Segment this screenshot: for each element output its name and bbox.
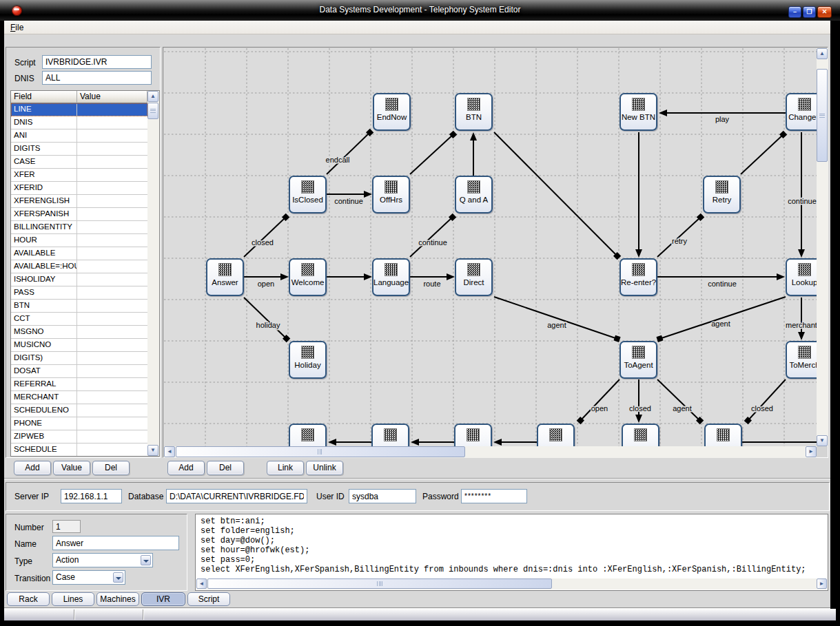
flow-node-holiday[interactable]: Holiday	[289, 341, 327, 379]
canvas-del-button[interactable]: Del	[207, 461, 244, 475]
field-row[interactable]: XFERENGLISH	[11, 195, 147, 208]
field-row[interactable]: LINE	[11, 103, 147, 116]
flow-node-toagent[interactable]: ToAgent	[619, 341, 657, 379]
canvas-add-button[interactable]: Add	[167, 461, 205, 475]
scroll-thumb[interactable]	[176, 446, 465, 457]
canvas-link-button[interactable]: Link	[267, 461, 304, 475]
field-row[interactable]: HOUR	[11, 234, 147, 247]
field-row[interactable]: DNIS	[11, 116, 147, 129]
field-row[interactable]: BILLINGENTITY	[11, 221, 147, 234]
script-code[interactable]: set btn=:ani; set folder=english; set da…	[201, 517, 826, 578]
node-label: EndNow	[374, 113, 409, 121]
field-grid-scrollbar[interactable]: ▲ ▼	[147, 91, 159, 456]
number-input[interactable]	[52, 520, 81, 533]
scroll-right-icon[interactable]: ►	[817, 578, 827, 589]
flow-node-offhrs[interactable]: OffHrs	[372, 176, 410, 213]
scroll-down-icon[interactable]: ▼	[147, 445, 158, 456]
flow-node-tomerch[interactable]: ToMerch	[786, 341, 817, 379]
name-input[interactable]	[52, 536, 179, 550]
chevron-down-icon[interactable]	[141, 555, 151, 565]
flow-node-btn[interactable]: BTN	[455, 93, 493, 131]
field-add-button[interactable]: Add	[14, 461, 51, 475]
field-row[interactable]: SCHEDULENO	[11, 404, 147, 417]
field-row[interactable]: CCT	[11, 313, 147, 326]
tab-ivr[interactable]: IVR	[141, 592, 185, 606]
field-row[interactable]: DIGITS)	[11, 352, 147, 365]
field-row[interactable]: PASS	[11, 286, 147, 300]
scroll-left-icon[interactable]: ◄	[164, 446, 175, 457]
tab-machines[interactable]: Machines	[96, 592, 139, 606]
field-row[interactable]: AVAILABLE=:HOUR	[11, 260, 147, 273]
flow-node-qanda[interactable]: Q and A	[455, 176, 493, 213]
field-row[interactable]: ZIPWEB	[11, 430, 147, 444]
minimize-icon[interactable]: –	[788, 6, 801, 18]
maximize-icon[interactable]: ❐	[803, 6, 816, 18]
field-del-button[interactable]: Del	[92, 461, 130, 475]
flow-node-reenter[interactable]: Re-enter?	[619, 258, 657, 296]
field-row[interactable]: REFERRAL	[11, 378, 147, 391]
chevron-down-icon[interactable]	[113, 572, 123, 583]
user-id-input[interactable]	[349, 489, 416, 503]
field-row[interactable]: BTN	[11, 300, 147, 313]
field-row[interactable]: MSGNO	[11, 326, 147, 339]
scroll-down-icon[interactable]: ▼	[817, 435, 828, 446]
dnis-input[interactable]	[42, 71, 152, 85]
tab-rack[interactable]: Rack	[7, 592, 50, 606]
flow-node-b3[interactable]	[454, 424, 492, 446]
flow-node-endnow[interactable]: EndNow	[373, 93, 411, 131]
scroll-left-icon[interactable]: ◄	[196, 578, 207, 589]
field-row[interactable]: SCHEDULE	[11, 444, 147, 457]
field-row[interactable]: MERCHANT	[11, 391, 147, 404]
flow-node-answer[interactable]: Answer	[206, 258, 244, 296]
password-input[interactable]	[461, 489, 527, 503]
value-column-header[interactable]: Value	[77, 91, 147, 103]
field-row[interactable]: XFERID	[11, 182, 147, 195]
field-column-header[interactable]: Field	[11, 91, 77, 103]
transition-select[interactable]: Case	[52, 570, 125, 585]
field-row[interactable]: DOSAT	[11, 365, 147, 378]
menu-file[interactable]: File	[4, 21, 30, 34]
flow-node-retry[interactable]: Retry	[703, 176, 741, 213]
field-value-button[interactable]: Value	[53, 461, 90, 475]
field-row[interactable]: PHONE	[11, 417, 147, 430]
database-input[interactable]	[166, 489, 307, 503]
canvas-vscrollbar[interactable]: ▲ ▼	[817, 48, 828, 446]
flow-node-b5[interactable]	[622, 424, 659, 446]
scroll-right-icon[interactable]: ►	[806, 446, 817, 457]
close-icon[interactable]: ✕	[817, 6, 832, 18]
scroll-up-icon[interactable]: ▲	[147, 91, 158, 102]
canvas-unlink-button[interactable]: Unlink	[306, 461, 343, 475]
editor-hscrollbar[interactable]: ◄ ►	[196, 578, 827, 590]
flow-node-b1[interactable]	[289, 424, 327, 446]
flow-node-change[interactable]: Change?	[786, 93, 817, 131]
flow-canvas[interactable]: endcallcontinueclosedopenholidayroutecon…	[164, 48, 817, 446]
flow-node-b6[interactable]	[704, 424, 742, 446]
scroll-thumb[interactable]	[817, 69, 828, 162]
tab-script[interactable]: Script	[187, 592, 230, 606]
flow-node-b4[interactable]	[537, 424, 575, 446]
script-input[interactable]	[42, 55, 152, 69]
field-row[interactable]: ISHOLIDAY	[11, 273, 147, 286]
flow-node-isclosed[interactable]: IsClosed	[289, 176, 327, 213]
scroll-thumb[interactable]	[207, 578, 552, 589]
type-select[interactable]: Action	[52, 553, 153, 567]
field-row[interactable]: ANI	[11, 129, 147, 143]
tab-lines[interactable]: Lines	[52, 592, 94, 606]
flow-node-b2[interactable]	[371, 424, 409, 446]
flow-node-lookup[interactable]: Lookup	[786, 258, 817, 296]
flow-node-language[interactable]: Language	[372, 258, 410, 296]
field-row[interactable]: DIGITS	[11, 143, 147, 156]
flow-node-welcome[interactable]: Welcome	[289, 258, 327, 296]
field-row[interactable]: XFER	[11, 169, 147, 182]
field-row[interactable]: CASE	[11, 156, 147, 169]
field-row[interactable]: MUSICNO	[11, 339, 147, 352]
scroll-up-icon[interactable]: ▲	[817, 48, 828, 59]
flow-node-newbtn[interactable]: New BTN	[619, 93, 657, 131]
canvas-hscrollbar[interactable]: ◄ ►	[164, 446, 817, 458]
field-cell: CASE	[11, 156, 77, 168]
field-row[interactable]: AVAILABLE	[11, 247, 147, 260]
scroll-thumb[interactable]	[147, 103, 158, 119]
server-ip-input[interactable]	[61, 489, 122, 503]
flow-node-direct[interactable]: Direct	[455, 258, 493, 296]
field-row[interactable]: XFERSPANISH	[11, 208, 147, 221]
